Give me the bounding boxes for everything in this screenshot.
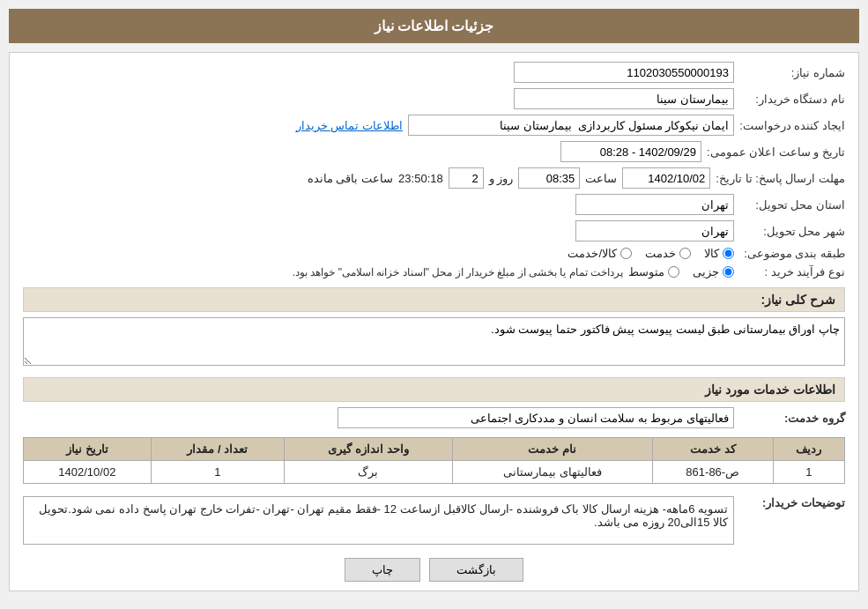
need-number-row: شماره نیاز: bbox=[23, 62, 845, 83]
category-radio-group: کالا خدمت کالا/خدمت bbox=[568, 247, 734, 260]
purchase-type-radio-group: جزیی متوسط bbox=[628, 265, 734, 279]
cell-row-num: 1 bbox=[773, 461, 844, 484]
category-kala-khedmat-label: کالا/خدمت bbox=[568, 247, 617, 260]
category-label: طبقه بندی موضوعی: bbox=[739, 247, 845, 260]
cell-quantity: 1 bbox=[151, 461, 284, 484]
cell-date: 1402/10/02 bbox=[24, 461, 152, 484]
table-row: 1 ص-86-861 فعالیتهای بیمارستانی برگ 1 14… bbox=[24, 461, 845, 484]
announce-date-input[interactable] bbox=[560, 141, 701, 162]
col-unit: واحد اندازه گیری bbox=[285, 438, 453, 461]
category-row: طبقه بندی موضوعی: کالا خدمت کالا/خدمت bbox=[23, 247, 845, 260]
category-khedmat-label: خدمت bbox=[645, 247, 676, 260]
col-service-name: نام خدمت bbox=[452, 438, 652, 461]
need-number-input[interactable] bbox=[514, 62, 734, 83]
table-header-row: ردیف کد خدمت نام خدمت واحد اندازه گیری ت… bbox=[24, 438, 845, 461]
remaining-days-input[interactable] bbox=[449, 167, 484, 189]
buyer-notes-container: تسویه 6ماهه- هزینه ارسال کالا باک فروشند… bbox=[23, 493, 734, 545]
city-row: شهر محل تحویل: bbox=[23, 220, 845, 241]
services-section-title: اطلاعات خدمات مورد نیاز bbox=[23, 377, 845, 402]
response-time-input[interactable] bbox=[518, 167, 580, 189]
remaining-days-label: روز و bbox=[489, 172, 514, 185]
buyer-org-input[interactable] bbox=[514, 88, 734, 109]
print-button[interactable]: چاپ bbox=[345, 558, 420, 582]
category-kala-item: کالا bbox=[704, 247, 734, 260]
service-group-label: گروه خدمت: bbox=[739, 412, 845, 425]
announce-date-label: تاریخ و ساعت اعلان عمومی: bbox=[707, 145, 845, 159]
category-kala-khedmat-radio[interactable] bbox=[620, 248, 632, 259]
remaining-time-static: 23:50:18 bbox=[398, 172, 443, 185]
category-khedmat-radio[interactable] bbox=[679, 248, 691, 259]
services-section-label: اطلاعات خدمات مورد نیاز bbox=[705, 382, 835, 397]
services-table: ردیف کد خدمت نام خدمت واحد اندازه گیری ت… bbox=[23, 437, 845, 484]
back-button[interactable]: بازگشت bbox=[429, 558, 523, 582]
buyer-notes-label: توضیحات خریدار: bbox=[739, 493, 845, 509]
city-label: شهر محل تحویل: bbox=[739, 225, 845, 238]
response-date-input[interactable] bbox=[622, 167, 710, 189]
province-input[interactable] bbox=[575, 194, 734, 215]
created-by-row: ایجاد کننده درخواست: اطلاعات تماس خریدار bbox=[23, 115, 845, 136]
purchase-type-row: نوع فرآیند خرید : جزیی متوسط پرداخت تمام… bbox=[23, 265, 845, 279]
response-time-label: ساعت bbox=[585, 172, 617, 185]
response-deadline-row: مهلت ارسال پاسخ: تا تاریخ: ساعت روز و 23… bbox=[23, 167, 845, 189]
service-group-row: گروه خدمت: bbox=[23, 407, 845, 428]
created-by-input[interactable] bbox=[408, 115, 734, 136]
purchase-motavasset-item: متوسط bbox=[628, 265, 679, 279]
cell-service-name: فعالیتهای بیمارستانی bbox=[452, 461, 652, 484]
city-input[interactable] bbox=[575, 220, 734, 241]
category-kala-radio[interactable] bbox=[723, 248, 734, 259]
buyer-notes-row: توضیحات خریدار: تسویه 6ماهه- هزینه ارسال… bbox=[23, 493, 845, 545]
purchase-type-label: نوع فرآیند خرید : bbox=[739, 265, 845, 279]
purchase-jozee-item: جزیی bbox=[693, 265, 734, 279]
purchase-type-note: پرداخت تمام یا بخشی از مبلغ خریدار از مح… bbox=[293, 266, 623, 279]
announce-date-row: تاریخ و ساعت اعلان عمومی: bbox=[23, 141, 845, 162]
buyer-notes-text: تسویه 6ماهه- هزینه ارسال کالا باک فروشند… bbox=[23, 496, 734, 545]
col-row-num: ردیف bbox=[773, 438, 844, 461]
category-kala-label: کالا bbox=[704, 247, 719, 260]
province-label: استان محل تحویل: bbox=[739, 198, 845, 212]
purchase-motavasset-radio[interactable] bbox=[668, 266, 679, 278]
col-service-code: کد خدمت bbox=[652, 438, 773, 461]
main-card: شماره نیاز: نام دستگاه خریدار: ایجاد کنن… bbox=[9, 52, 859, 591]
cell-service-code: ص-86-861 bbox=[652, 461, 773, 484]
page-title: جزئیات اطلاعات نیاز bbox=[375, 19, 494, 33]
remaining-time-label: ساعت باقی مانده bbox=[308, 172, 393, 185]
buyer-org-label: نام دستگاه خریدار: bbox=[739, 93, 845, 106]
footer-buttons: بازگشت چاپ bbox=[23, 558, 845, 582]
province-row: استان محل تحویل: bbox=[23, 194, 845, 215]
service-group-input[interactable] bbox=[338, 407, 734, 428]
purchase-jozee-radio[interactable] bbox=[723, 266, 734, 278]
category-kala-khedmat-item: کالا/خدمت bbox=[568, 247, 632, 260]
purchase-motavasset-label: متوسط bbox=[628, 265, 664, 279]
need-description-container: چاپ اوراق بیمارستانی طبق لیست پیوست پیش … bbox=[23, 317, 845, 368]
col-quantity: تعداد / مقدار bbox=[151, 438, 284, 461]
need-description-label: شرح کلی نیاز: bbox=[761, 293, 835, 307]
page-header: جزئیات اطلاعات نیاز bbox=[9, 9, 859, 43]
need-number-label: شماره نیاز: bbox=[739, 66, 845, 79]
buyer-org-row: نام دستگاه خریدار: bbox=[23, 88, 845, 109]
col-date: تاریخ نیاز bbox=[24, 438, 152, 461]
created-by-label: ایجاد کننده درخواست: bbox=[739, 119, 845, 132]
need-description-section-title: شرح کلی نیاز: bbox=[23, 287, 845, 312]
buyer-contact-link[interactable]: اطلاعات تماس خریدار bbox=[296, 119, 403, 132]
need-description-textarea[interactable]: چاپ اوراق بیمارستانی طبق لیست پیوست پیش … bbox=[23, 317, 845, 366]
category-khedmat-item: خدمت bbox=[645, 247, 691, 260]
purchase-jozee-label: جزیی bbox=[693, 265, 719, 279]
response-deadline-label: مهلت ارسال پاسخ: تا تاریخ: bbox=[716, 172, 845, 185]
services-table-container: ردیف کد خدمت نام خدمت واحد اندازه گیری ت… bbox=[23, 437, 845, 484]
cell-unit: برگ bbox=[285, 461, 453, 484]
